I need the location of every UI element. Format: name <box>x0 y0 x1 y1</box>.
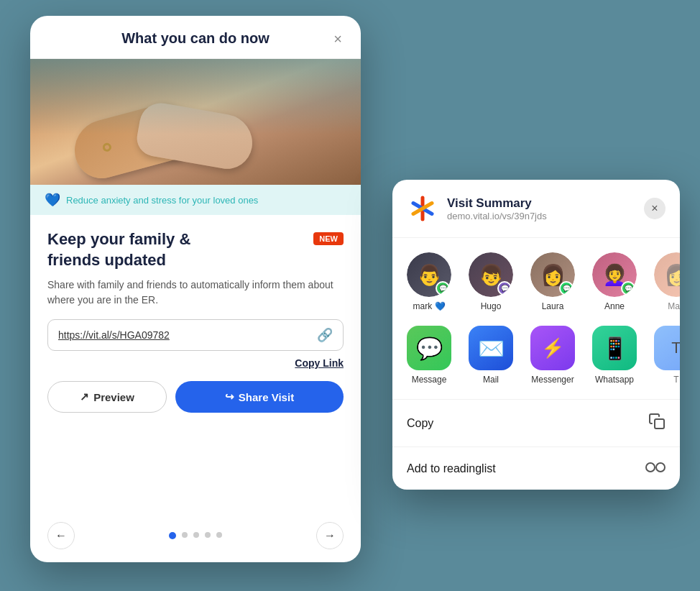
svg-rect-3 <box>655 419 664 429</box>
contact-name-mae: Mae <box>668 301 680 311</box>
contact-badge-hugo: 💬 <box>497 281 512 296</box>
content-heading: Keep your family &friends updated <box>47 229 306 270</box>
card-content: Keep your family &friends updated NEW Sh… <box>30 215 361 441</box>
svg-point-5 <box>656 463 665 472</box>
dots <box>169 532 222 539</box>
readinglist-icon <box>645 460 666 477</box>
app-more[interactable]: T T <box>651 326 680 385</box>
teal-banner: 💙 Reduce anxiety and stress for your lov… <box>30 185 361 215</box>
card-header: What you can do now × <box>30 16 361 59</box>
contact-mae[interactable]: 👩 Mae <box>651 252 680 311</box>
whatsapp-app-icon: 📱 <box>592 326 637 370</box>
copy-action[interactable]: Copy <box>392 400 680 447</box>
contact-name-anne: Anne <box>604 301 625 311</box>
card-title: What you can do now <box>121 30 270 46</box>
contact-avatar-mark: 👨 💬 <box>407 252 451 297</box>
share-title-group: Visit Summary demo.vital.io/vs/39n7jds <box>447 196 635 221</box>
contact-name-mark: mark 💙 <box>413 301 446 311</box>
app-name-mail: Mail <box>483 375 499 385</box>
new-badge: NEW <box>313 232 344 245</box>
dot-1 <box>169 532 176 539</box>
card-image <box>30 59 361 185</box>
vital-logo-svg <box>408 194 437 223</box>
share-visit-button[interactable]: ↪ Share Visit <box>175 381 344 413</box>
copy-link-icon[interactable]: 🔗 <box>317 327 333 343</box>
share-url: demo.vital.io/vs/39n7jds <box>447 211 635 221</box>
share-icon: ↪ <box>225 390 234 403</box>
copy-label: Copy <box>407 417 433 430</box>
contact-badge-mark: 💬 <box>436 281 450 296</box>
mail-app-icon: ✉️ <box>469 326 513 370</box>
copy-link-button[interactable]: Copy Link <box>295 357 344 369</box>
left-card-close-button[interactable]: × <box>328 29 348 49</box>
app-mail[interactable]: ✉️ Mail <box>466 326 516 385</box>
app-name-more: T <box>673 375 678 385</box>
heart-icon: 💙 <box>45 192 60 208</box>
next-button[interactable]: → <box>316 522 344 549</box>
heading-row: Keep your family &friends updated NEW <box>47 229 344 270</box>
contact-avatar-anne: 👩‍🦱 💬 <box>592 252 637 297</box>
content-description: Share with family and friends to automat… <box>47 278 344 308</box>
share-header: Visit Summary demo.vital.io/vs/39n7jds × <box>392 180 680 238</box>
copy-icon <box>648 413 666 434</box>
left-card: What you can do now × 💙 Reduce anxiety a… <box>30 16 361 562</box>
contacts-row: 👨 💬 mark 💙 👦 💬 Hugo 👩 💬 <box>392 238 680 319</box>
contact-avatar-laura: 👩 💬 <box>530 252 575 297</box>
contact-laura[interactable]: 👩 💬 Laura <box>528 252 578 311</box>
app-messenger[interactable]: ⚡ Messenger <box>528 326 578 385</box>
contact-name-laura: Laura <box>542 301 564 311</box>
readinglist-action[interactable]: Add to readinglist <box>392 447 680 490</box>
more-app-icon: T <box>654 326 680 370</box>
right-card: Visit Summary demo.vital.io/vs/39n7jds ×… <box>392 180 680 490</box>
vital-logo <box>407 193 438 224</box>
link-box: https://vit.al/s/HGA09782 🔗 <box>47 319 344 351</box>
readinglist-label: Add to readinglist <box>407 462 496 475</box>
share-label: Share Visit <box>239 391 294 403</box>
dot-2 <box>182 532 188 538</box>
prev-button[interactable]: ← <box>47 522 75 549</box>
contact-name-hugo: Hugo <box>481 301 502 311</box>
app-name-message: Message <box>412 375 447 385</box>
link-url: https://vit.al/s/HGA09782 <box>58 329 170 341</box>
action-list: Copy Add to readinglist <box>392 399 680 490</box>
dot-4 <box>205 532 211 538</box>
app-name-whatsapp: Whatsapp <box>595 375 634 385</box>
share-card-title: Visit Summary <box>447 196 635 211</box>
copy-link-row: Copy Link <box>47 357 344 370</box>
contact-badge-laura: 💬 <box>559 281 574 296</box>
message-app-icon: 💬 <box>407 326 451 370</box>
contact-hugo[interactable]: 👦 💬 Hugo <box>466 252 516 311</box>
preview-icon: ↗ <box>80 390 89 403</box>
preview-label: Preview <box>93 391 134 403</box>
preview-button[interactable]: ↗ Preview <box>47 381 167 413</box>
app-name-messenger: Messenger <box>531 375 574 385</box>
svg-point-4 <box>646 463 655 472</box>
action-buttons: ↗ Preview ↪ Share Visit <box>47 381 344 413</box>
contact-anne[interactable]: 👩‍🦱 💬 Anne <box>589 252 640 311</box>
contact-mark[interactable]: 👨 💬 mark 💙 <box>404 252 454 311</box>
messenger-app-icon: ⚡ <box>530 326 575 370</box>
share-close-button[interactable]: × <box>644 198 666 219</box>
pagination: ← → <box>30 532 361 539</box>
app-whatsapp[interactable]: 📱 Whatsapp <box>589 326 640 385</box>
contact-avatar-hugo: 👦 💬 <box>469 252 513 297</box>
dot-3 <box>193 532 199 538</box>
contact-avatar-mae: 👩 <box>654 252 680 297</box>
dot-5 <box>216 532 222 538</box>
contact-badge-anne: 💬 <box>621 281 635 296</box>
banner-text: Reduce anxiety and stress for your loved… <box>66 195 258 206</box>
apps-row: 💬 Message ✉️ Mail ⚡ Messenger 📱 Whatsapp… <box>392 319 680 399</box>
app-message[interactable]: 💬 Message <box>404 326 454 385</box>
